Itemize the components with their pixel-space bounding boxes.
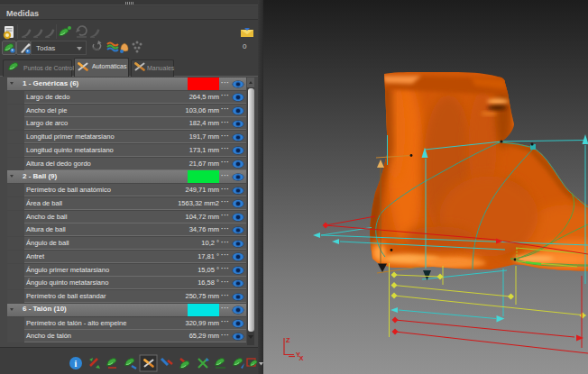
svg-text:Z: Z xyxy=(286,336,290,344)
svg-text:X: X xyxy=(299,354,304,362)
